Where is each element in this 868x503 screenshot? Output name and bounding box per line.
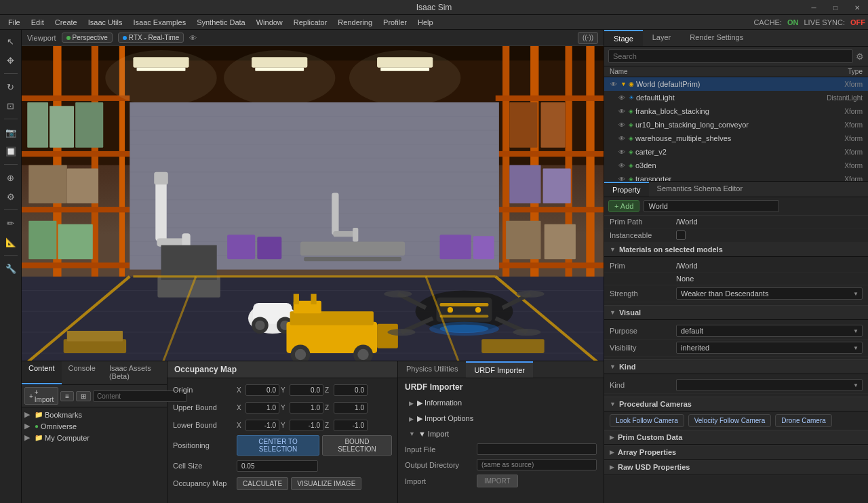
stage-row-ur10[interactable]: 👁 ◈ ur10_bin_stacking_long_conveyor Xfor… bbox=[604, 118, 868, 132]
grid-button[interactable]: ⊞ bbox=[76, 391, 91, 401]
visibility-select[interactable]: inherited visible invisible bbox=[676, 342, 863, 354]
stage-row-franka[interactable]: 👁 ◈ franka_block_stacking Xform bbox=[604, 104, 868, 118]
ur10-vis[interactable]: 👁 bbox=[615, 121, 629, 129]
stage-row-carter[interactable]: 👁 ◈ carter_v2 Xform bbox=[604, 145, 868, 159]
menu-create[interactable]: Create bbox=[50, 17, 83, 28]
import-button[interactable]: + + Import bbox=[24, 387, 58, 405]
menu-isaac-examples[interactable]: Isaac Examples bbox=[127, 17, 191, 28]
tree-omniverse[interactable]: ▶ ● Omniverse bbox=[22, 420, 167, 432]
toolbar-brush[interactable]: ✏ bbox=[2, 214, 20, 232]
upper-y-input[interactable] bbox=[290, 402, 323, 414]
carter-vis[interactable]: 👁 bbox=[615, 148, 629, 156]
minimize-button[interactable]: ─ bbox=[803, 0, 825, 15]
toolbar-measure[interactable]: 📐 bbox=[2, 233, 20, 251]
toolbar-settings[interactable]: ⚙ bbox=[2, 188, 20, 205]
tab-render-settings[interactable]: Render Settings bbox=[680, 30, 753, 46]
origin-x-input[interactable] bbox=[245, 384, 279, 396]
tree-mycomputer[interactable]: ▶ 📁 My Computer bbox=[22, 432, 167, 443]
viewport-eye-icon[interactable]: 👁 bbox=[189, 34, 197, 42]
tab-urdf[interactable]: URDF Importer bbox=[466, 361, 533, 378]
tab-console[interactable]: Console bbox=[62, 361, 102, 384]
kind-section-header[interactable]: ▼ Kind bbox=[604, 360, 868, 374]
filter-icon[interactable]: ⚙ bbox=[856, 52, 864, 62]
tab-property[interactable]: Property bbox=[604, 182, 649, 197]
menu-synthetic-data[interactable]: Synthetic Data bbox=[191, 17, 251, 28]
toolbar-gizmo[interactable]: ⊕ bbox=[2, 169, 20, 186]
prim-name-input[interactable] bbox=[644, 200, 779, 212]
lower-x-input[interactable] bbox=[245, 420, 279, 431]
stage-row-world[interactable]: 👁 ▼ ◉ World (defaultPrim) Xform bbox=[604, 77, 868, 91]
tab-stage[interactable]: Stage bbox=[604, 30, 643, 46]
toolbar-move[interactable]: ✥ bbox=[2, 52, 20, 69]
light-vis[interactable]: 👁 bbox=[615, 94, 629, 102]
raw-usd-header[interactable]: ▶ Raw USD Properties bbox=[604, 460, 868, 475]
sort-button[interactable]: ≡ bbox=[60, 391, 74, 401]
menu-isaac-utils[interactable]: Isaac Utils bbox=[83, 17, 128, 28]
viewport-sound[interactable]: ((·)) bbox=[578, 32, 598, 44]
stage-row-o3den[interactable]: 👁 ◈ o3den Xform bbox=[604, 159, 868, 172]
purpose-select[interactable]: default render proxy guide bbox=[676, 325, 863, 337]
menu-rendering[interactable]: Rendering bbox=[332, 17, 378, 28]
menu-help[interactable]: Help bbox=[412, 17, 439, 28]
instanceable-checkbox[interactable] bbox=[676, 230, 686, 240]
visual-section-header[interactable]: ▼ Visual bbox=[604, 306, 868, 320]
tab-layer[interactable]: Layer bbox=[643, 30, 681, 46]
stage-row-defaultlight[interactable]: 👁 ☀ defaultLight DistantLight bbox=[604, 91, 868, 104]
menu-file[interactable]: File bbox=[3, 17, 26, 28]
toolbar-camera[interactable]: 📷 bbox=[2, 123, 20, 141]
toolbar-select[interactable]: ↖ bbox=[2, 33, 20, 50]
array-props-header[interactable]: ▶ Array Properties bbox=[604, 445, 868, 460]
tree-bookmarks[interactable]: ▶ 📁 Bookmarks bbox=[22, 409, 167, 420]
stage-search-input[interactable] bbox=[608, 49, 853, 63]
upper-z-input[interactable] bbox=[334, 402, 368, 414]
stage-row-warehouse[interactable]: 👁 ◈ warehouse_multiple_shelves Xform bbox=[604, 132, 868, 145]
strength-select[interactable]: Weaker than Descendants Stronger than De… bbox=[676, 287, 863, 300]
upper-x-input[interactable] bbox=[245, 402, 279, 414]
toolbar-wrench[interactable]: 🔧 bbox=[2, 260, 20, 277]
menu-profiler[interactable]: Profiler bbox=[378, 17, 412, 28]
origin-z-input[interactable] bbox=[334, 384, 368, 396]
drone-camera-btn[interactable]: Drone Camera bbox=[775, 414, 832, 427]
close-button[interactable]: ✕ bbox=[846, 0, 868, 15]
franka-vis[interactable]: 👁 bbox=[615, 108, 629, 115]
tab-content[interactable]: Content bbox=[22, 361, 62, 384]
warehouse-vis[interactable]: 👁 bbox=[615, 135, 629, 142]
import-button[interactable]: IMPORT bbox=[477, 475, 518, 487]
proc-cameras-header[interactable]: ▼ Procedural Cameras bbox=[604, 397, 868, 411]
transporter-vis[interactable]: 👁 bbox=[615, 176, 629, 182]
toolbar-scale[interactable]: ⊡ bbox=[2, 97, 20, 115]
cell-size-input[interactable] bbox=[237, 460, 318, 472]
toolbar-snap[interactable]: 🔲 bbox=[2, 142, 20, 160]
output-dir-input[interactable] bbox=[477, 459, 597, 470]
world-vis[interactable]: 👁 bbox=[607, 81, 620, 88]
bound-selection-btn[interactable]: BOUND SELECTION bbox=[322, 435, 392, 456]
tab-semantics[interactable]: Semantics Schema Editor bbox=[649, 182, 751, 197]
add-property-button[interactable]: + Add bbox=[608, 200, 639, 212]
tab-physics[interactable]: Physics Utilities bbox=[398, 361, 466, 378]
import-options-section[interactable]: ▶ ▶ Import Options bbox=[405, 411, 597, 426]
lower-y-input[interactable] bbox=[290, 420, 323, 431]
input-file-input[interactable] bbox=[477, 443, 597, 455]
look-follow-camera-btn[interactable]: Look Follow Camera bbox=[610, 414, 684, 427]
prim-custom-header[interactable]: ▶ Prim Custom Data bbox=[604, 430, 868, 445]
import-section[interactable]: ▼ ▼ Import bbox=[405, 427, 597, 441]
toolbar-rotate[interactable]: ↻ bbox=[2, 78, 20, 96]
rtx-badge[interactable]: RTX - Real-Time bbox=[118, 33, 184, 43]
kind-select[interactable]: component group assembly bbox=[676, 379, 863, 391]
materials-section-header[interactable]: ▼ Materials on selected models bbox=[604, 243, 868, 257]
maximize-button[interactable]: □ bbox=[825, 0, 846, 15]
center-to-selection-btn[interactable]: CENTER TO SELECTION bbox=[237, 435, 319, 456]
lower-z-input[interactable] bbox=[334, 420, 368, 431]
tab-isaac-assets[interactable]: Isaac Assets (Beta) bbox=[102, 361, 167, 384]
menu-replicator[interactable]: Replicator bbox=[288, 17, 333, 28]
information-section[interactable]: ▶ ▶ Information bbox=[405, 396, 597, 410]
stage-row-transporter[interactable]: 👁 ◈ transporter Xform bbox=[604, 172, 868, 182]
origin-y-input[interactable] bbox=[290, 384, 323, 396]
menu-window[interactable]: Window bbox=[251, 17, 288, 28]
o3den-vis[interactable]: 👁 bbox=[615, 162, 629, 169]
perspective-badge[interactable]: Perspective bbox=[62, 33, 113, 43]
menu-edit[interactable]: Edit bbox=[26, 17, 50, 28]
calculate-button[interactable]: CALCULATE bbox=[237, 477, 288, 490]
visualize-button[interactable]: VISUALIZE IMAGE bbox=[291, 477, 361, 490]
velocity-follow-camera-btn[interactable]: Velocity Follow Camera bbox=[688, 414, 771, 427]
